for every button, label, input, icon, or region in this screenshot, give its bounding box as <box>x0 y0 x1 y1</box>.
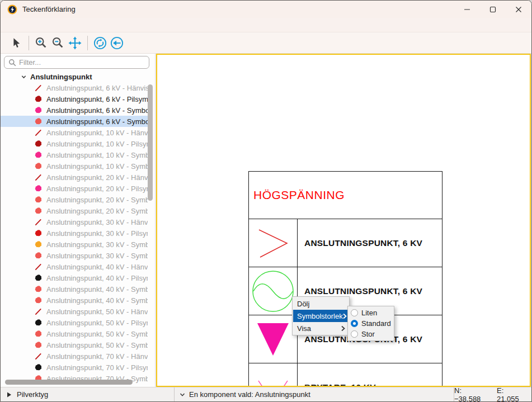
tree-item[interactable]: Anslutningspunkt, 50 kV - Pilsym <box>1 317 148 328</box>
component-symbol-icon <box>34 173 43 182</box>
select-tool-button[interactable] <box>8 35 24 51</box>
tree-item[interactable]: Anslutningspunkt, 50 kV - Symbc <box>1 339 148 351</box>
context-menu-item[interactable]: Dölj <box>293 297 349 310</box>
tree-item[interactable]: Anslutningspunkt, 20 kV - Symbc <box>1 205 148 216</box>
expander-right-icon[interactable] <box>7 392 12 398</box>
app-icon <box>7 4 17 15</box>
component-tree-panel: Anslutningspunkt Anslutningspunkt, 6 kV … <box>1 54 156 387</box>
tree-item[interactable]: Anslutningspunkt, 20 kV - Pilsym <box>1 183 148 194</box>
tree-item[interactable]: Anslutningspunkt, 30 kV - Hänvis <box>1 216 148 228</box>
switch-symbol <box>257 380 289 387</box>
toolbar <box>1 32 531 54</box>
statusbar-tool-section[interactable]: Pilverktyg <box>1 387 174 401</box>
tree-item[interactable]: Anslutningspunkt, 20 kV - Symbc <box>1 194 148 205</box>
radio-button-icon[interactable] <box>351 320 358 327</box>
tree-item[interactable]: Anslutningspunkt, 10 kV - Symbc <box>1 160 148 172</box>
tree-item[interactable]: Anslutningspunkt, 70 kV - Hänvis <box>1 351 148 362</box>
legend-symbol-cell <box>249 363 298 387</box>
context-menu-item[interactable]: Visa <box>293 322 349 334</box>
tree-item[interactable]: Anslutningspunkt, 6 kV - Symbol <box>1 105 148 116</box>
tree-item[interactable]: Anslutningspunkt, 10 kV - Hänvis <box>1 127 148 138</box>
toolbar-separator <box>29 36 29 50</box>
tree-item[interactable]: Anslutningspunkt, 70 kV - Pilsym <box>1 362 148 373</box>
component-symbol-icon <box>34 274 43 282</box>
window-title: Teckenförklaring <box>22 5 76 13</box>
chevron-down-icon[interactable] <box>21 74 27 80</box>
back-navigation-button[interactable] <box>109 35 125 51</box>
statusbar-selection-section[interactable]: En komponent vald: Anslutningspunkt <box>174 387 454 401</box>
legend-symbol-cell <box>249 315 298 363</box>
zoom-in-button[interactable] <box>34 35 49 51</box>
submenu-item[interactable]: Standard <box>348 318 394 329</box>
tree-item[interactable]: Anslutningspunkt, 40 kV - Pilsym <box>1 272 148 283</box>
submenu-arrow-icon <box>343 313 347 319</box>
cursor-icon <box>10 37 22 49</box>
pan-icon <box>68 36 82 50</box>
window-controls <box>454 1 531 18</box>
component-symbol-icon <box>34 319 43 327</box>
tree-item[interactable]: Anslutningspunkt, 10 kV - Symbc <box>1 149 148 160</box>
context-menu-item[interactable]: Symbolstorlek <box>293 310 349 322</box>
zoom-out-icon <box>51 36 65 50</box>
north-coordinate: N: −38,588 <box>454 386 489 402</box>
search-icon <box>8 59 16 67</box>
filter-input[interactable] <box>19 58 149 67</box>
zoom-out-button[interactable] <box>50 35 66 51</box>
submenu-arrow-icon <box>341 325 345 332</box>
tree-item[interactable]: Anslutningspunkt, 6 kV - Hänvisn <box>1 82 148 93</box>
component-symbol-icon <box>34 218 43 226</box>
legend-symbol-cell <box>249 219 298 267</box>
tree-item[interactable]: Anslutningspunkt, 50 kV - Hänvis <box>1 306 148 317</box>
legend-symbol-cell <box>249 267 298 315</box>
tree-item[interactable]: Anslutningspunkt, 40 kV - Symbc <box>1 295 148 306</box>
component-symbol-icon <box>34 185 43 193</box>
tree-item[interactable]: Anslutningspunkt, 40 kV - Symbc <box>1 283 148 295</box>
component-symbol-icon <box>34 151 43 159</box>
back-arrow-icon <box>110 36 124 50</box>
vertical-scrollbar-thumb[interactable] <box>148 84 153 201</box>
radio-button-icon[interactable] <box>351 309 358 316</box>
tree-root-anslutningspunkt[interactable]: Anslutningspunkt <box>1 71 147 82</box>
app-window: Teckenförklaring <box>0 0 532 402</box>
legend-label-cell: BRYTARE, 10 KV <box>298 363 442 387</box>
close-button[interactable] <box>506 1 531 18</box>
component-symbol-icon <box>34 95 43 103</box>
component-symbol-icon <box>34 117 43 126</box>
tree-item[interactable]: Anslutningspunkt, 30 kV - Pilsym <box>1 228 148 239</box>
selection-status-label: En komponent vald: Anslutningspunkt <box>189 390 310 399</box>
tree-item[interactable]: Anslutningspunkt, 40 kV - Hänvis <box>1 261 148 272</box>
tree-item[interactable]: Anslutningspunkt, 20 kV - Hänvis <box>1 172 148 183</box>
pan-tool-button[interactable] <box>67 35 83 51</box>
toolbar-separator <box>87 36 88 50</box>
titlebar: Teckenförklaring <box>1 1 531 18</box>
tree-item[interactable]: Anslutningspunkt, 30 kV - Symbc <box>1 239 148 250</box>
tree-item[interactable]: Anslutningspunkt, 50 kV - Symbc <box>1 328 148 339</box>
filter-field[interactable] <box>4 56 149 69</box>
tree-item[interactable]: Anslutningspunkt, 6 kV - Symbol, <box>1 116 148 127</box>
radio-button-icon[interactable] <box>351 330 358 338</box>
tree-item[interactable]: Anslutningspunkt, 6 kV - Pilsymb <box>1 93 148 105</box>
submenu-item[interactable]: Liten <box>348 308 394 318</box>
zoom-in-icon <box>35 36 48 50</box>
rotate-view-button[interactable] <box>92 35 108 51</box>
rotate-icon <box>93 36 107 50</box>
drawing-canvas[interactable]: HÖGSPÄNNING ANSLUTNINGSPUNKT, 6 KV <box>156 54 531 387</box>
maximize-button[interactable] <box>480 1 506 18</box>
component-symbol-icon <box>34 240 43 249</box>
horizontal-scrollbar-thumb[interactable] <box>5 380 133 385</box>
chevron-down-icon[interactable] <box>179 391 186 398</box>
legend-row: ANSLUTNINGSPUNKT, 6 KV <box>249 219 442 267</box>
tree-root-label: Anslutningspunkt <box>30 73 92 81</box>
context-menu: Dölj Symbolstorlek Visa <box>292 296 350 335</box>
legend-label-cell: ANSLUTNINGSPUNKT, 6 KV <box>298 219 442 267</box>
submenu-item[interactable]: Stor <box>348 329 394 339</box>
component-symbol-icon <box>34 341 43 349</box>
legend-title: HÖGSPÄNNING <box>253 188 345 202</box>
tree-item[interactable]: Anslutningspunkt, 10 kV - Pilsym <box>1 138 148 149</box>
tree-item-list: Anslutningspunkt, 6 kV - Hänvisn Anslutn… <box>1 82 148 384</box>
component-symbol-icon <box>34 363 43 372</box>
component-symbol-icon <box>34 207 43 215</box>
tree-item[interactable]: Anslutningspunkt, 30 kV - Symbc <box>1 250 148 261</box>
component-symbol-icon <box>34 263 43 271</box>
minimize-button[interactable] <box>454 1 480 18</box>
